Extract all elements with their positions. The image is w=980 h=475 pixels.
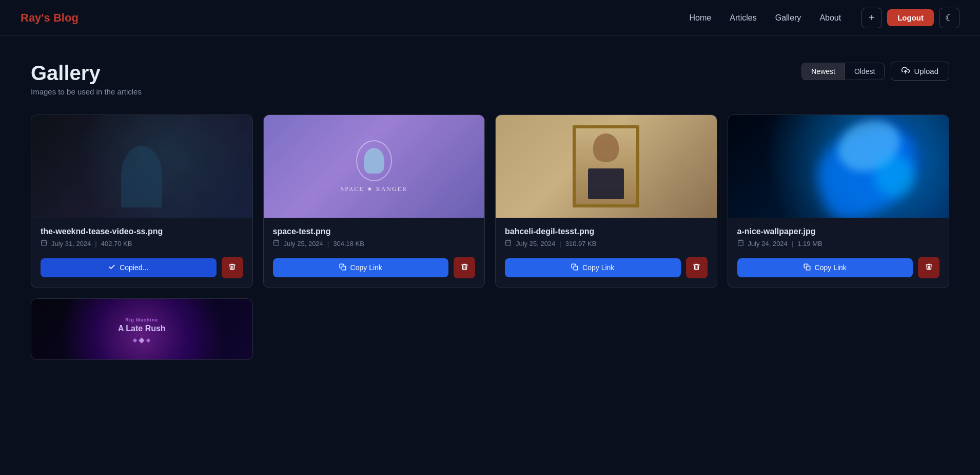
calendar-icon-wallpaper — [737, 239, 744, 248]
nav-about[interactable]: About — [819, 13, 841, 22]
copy-link-label-space: Copy Link — [350, 263, 382, 272]
svg-rect-14 — [574, 266, 578, 270]
brand-text-plain: Ray's — [21, 11, 53, 24]
card-image-space: SPACE ★ RANGER — [264, 115, 485, 218]
copy-link-button-space[interactable]: Copy Link — [273, 258, 449, 277]
card-size-space: 304.18 KB — [333, 240, 364, 248]
calendar-icon-space — [273, 239, 280, 248]
card-date-wallpaper: July 24, 2024 — [748, 240, 788, 248]
meta-sep-weeknd: | — [95, 240, 96, 248]
card-size-bahceli: 310.97 KB — [565, 240, 597, 248]
trash-icon-weeknd — [228, 263, 236, 272]
card-image-laterush: Rig Machine A Late Rush — [31, 299, 252, 360]
nav-home[interactable]: Home — [690, 13, 712, 22]
copy-link-label-wallpaper: Copy Link — [815, 263, 847, 272]
card-date-bahceli: July 25, 2024 — [516, 240, 555, 248]
page-subtitle: Images to be used in the articles — [31, 87, 142, 96]
brand-logo[interactable]: Ray's Blog — [21, 11, 79, 25]
gallery-title-block: Gallery Images to be used in the article… — [31, 62, 142, 96]
sort-oldest-button[interactable]: Oldest — [845, 63, 884, 80]
delete-button-wallpaper[interactable] — [918, 257, 939, 278]
copy-link-label-bahceli: Copy Link — [582, 263, 614, 272]
copy-link-button-wallpaper[interactable]: Copy Link — [737, 258, 913, 277]
trash-icon-space — [461, 263, 468, 272]
svg-rect-15 — [738, 240, 743, 245]
late-rush-title: A Late Rush — [118, 324, 166, 333]
card-filename-wallpaper: a-nice-wallpaper.jpg — [737, 227, 940, 236]
card-meta-space: July 25, 2024 | 304.18 KB — [273, 239, 476, 248]
copy-link-button-bahceli[interactable]: Copy Link — [505, 258, 681, 277]
card-image-bahceli — [496, 115, 717, 218]
gallery-grid: the-weeknd-tease-video-ss.png July 31, 2… — [31, 115, 949, 288]
gallery-card-bahceli: bahceli-degil-tesst.png July 25, 2024 | … — [495, 115, 717, 288]
calendar-icon-bahceli — [505, 239, 512, 248]
delete-button-space[interactable] — [454, 257, 475, 278]
svg-rect-1 — [42, 240, 47, 245]
gallery-grid-row2: Rig Machine A Late Rush — [31, 298, 949, 360]
nav-links: Home Articles Gallery About — [690, 13, 841, 23]
upload-icon — [901, 66, 910, 76]
copy-icon-space — [339, 263, 346, 272]
gallery-controls: Newest Oldest Upload — [801, 62, 949, 81]
card-actions-space: Copy Link — [273, 257, 476, 278]
card-actions-weeknd: Copied... — [41, 257, 243, 278]
card-filename-weeknd: the-weeknd-tease-video-ss.png — [41, 227, 243, 236]
sort-newest-button[interactable]: Newest — [802, 63, 845, 80]
copy-icon-wallpaper — [803, 263, 811, 272]
navbar-actions: + Logout ☾ — [861, 8, 959, 28]
gallery-card-space: SPACE ★ RANGER space-test.png J — [263, 115, 485, 288]
card-filename-space: space-test.png — [273, 227, 476, 236]
card-image-wallpaper — [728, 115, 949, 218]
svg-rect-9 — [342, 266, 346, 270]
card-meta-wallpaper: July 24, 2024 | 1.19 MB — [737, 239, 940, 248]
add-button[interactable]: + — [861, 8, 882, 28]
dark-mode-button[interactable]: ☾ — [939, 8, 959, 28]
sort-group: Newest Oldest — [801, 63, 885, 80]
card-date-space: July 25, 2024 — [284, 240, 323, 248]
meta-sep-space: | — [327, 240, 329, 248]
svg-rect-10 — [506, 240, 511, 245]
gallery-card-wallpaper: a-nice-wallpaper.jpg July 24, 2024 | 1.1… — [728, 115, 950, 288]
trash-icon-bahceli — [693, 263, 700, 272]
card-size-wallpaper: 1.19 MB — [797, 240, 822, 248]
svg-rect-5 — [273, 240, 279, 245]
card-meta-bahceli: July 25, 2024 | 310.97 KB — [505, 239, 708, 248]
meta-sep-bahceli: | — [559, 240, 561, 248]
late-rush-artist: Rig Machine — [125, 317, 158, 322]
gallery-header: Gallery Images to be used in the article… — [31, 62, 949, 96]
navbar: Ray's Blog Home Articles Gallery About +… — [0, 0, 980, 36]
check-icon-weeknd — [108, 263, 115, 272]
delete-button-weeknd[interactable] — [222, 257, 243, 278]
nav-articles[interactable]: Articles — [730, 13, 756, 22]
main-content: Gallery Images to be used in the article… — [0, 36, 980, 386]
brand-text-highlight: Blog — [53, 11, 79, 24]
card-image-weeknd — [31, 115, 252, 218]
delete-button-bahceli[interactable] — [686, 257, 708, 278]
card-date-weeknd: July 31, 2024 — [51, 240, 91, 248]
meta-sep-wallpaper: | — [792, 240, 793, 248]
upload-button[interactable]: Upload — [891, 62, 949, 81]
gallery-card-weeknd: the-weeknd-tease-video-ss.png July 31, 2… — [31, 115, 253, 288]
gallery-card-laterush: Rig Machine A Late Rush — [31, 298, 253, 360]
card-meta-weeknd: July 31, 2024 | 402.70 KB — [41, 239, 243, 248]
copy-link-button-weeknd[interactable]: Copied... — [41, 258, 217, 277]
upload-label: Upload — [914, 67, 938, 75]
card-filename-bahceli: bahceli-degil-tesst.png — [505, 227, 708, 236]
moon-icon: ☾ — [945, 12, 953, 24]
nav-gallery[interactable]: Gallery — [775, 13, 801, 22]
card-actions-wallpaper: Copy Link — [737, 257, 940, 278]
copy-icon-bahceli — [571, 263, 578, 272]
copy-link-label-weeknd: Copied... — [120, 263, 148, 272]
page-title: Gallery — [31, 62, 142, 85]
card-body-weeknd: the-weeknd-tease-video-ss.png July 31, 2… — [31, 218, 252, 288]
svg-rect-19 — [806, 266, 810, 270]
card-body-wallpaper: a-nice-wallpaper.jpg July 24, 2024 | 1.1… — [728, 218, 949, 288]
trash-icon-wallpaper — [925, 263, 933, 272]
card-actions-bahceli: Copy Link — [505, 257, 708, 278]
card-body-bahceli: bahceli-degil-tesst.png July 25, 2024 | … — [496, 218, 717, 288]
card-body-space: space-test.png July 25, 2024 | 304.18 KB — [264, 218, 485, 288]
logout-button[interactable]: Logout — [887, 9, 934, 26]
card-size-weeknd: 402.70 KB — [101, 240, 132, 248]
calendar-icon-weeknd — [41, 239, 47, 248]
